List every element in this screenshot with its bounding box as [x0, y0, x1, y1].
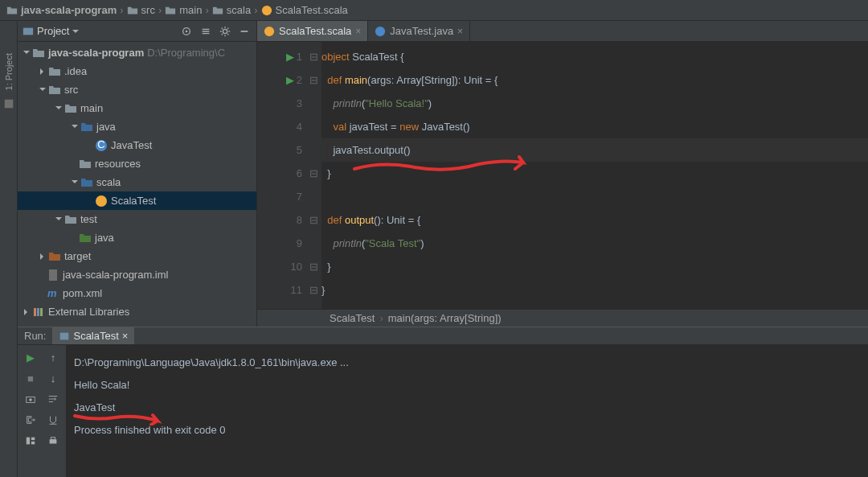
- tree-src[interactable]: src: [18, 80, 256, 99]
- svg-point-18: [29, 398, 32, 401]
- svg-rect-19: [27, 438, 30, 445]
- close-icon[interactable]: ×: [122, 330, 129, 342]
- svg-rect-1: [4, 100, 13, 109]
- tree-test[interactable]: test: [18, 210, 256, 228]
- svg-rect-22: [50, 439, 57, 443]
- project-icon: [23, 26, 34, 37]
- editor-breadcrumb[interactable]: ScalaTest›main(args: Array[String]): [257, 309, 868, 327]
- library-icon: [32, 306, 45, 319]
- svg-rect-13: [40, 308, 43, 316]
- svg-point-4: [186, 30, 188, 32]
- camera-icon[interactable]: [23, 392, 38, 406]
- editor-area: ScalaTest.scala× JavaTest.java× 1▶⊟ 2▶⊟ …: [257, 21, 868, 327]
- tree-idea[interactable]: .idea: [18, 62, 256, 80]
- chevron-down-icon[interactable]: [72, 28, 79, 35]
- svg-rect-20: [31, 438, 35, 441]
- run-toolbar: ▶ ↑ ■ ↓: [18, 345, 66, 477]
- gear-icon[interactable]: [218, 24, 232, 39]
- rerun-icon[interactable]: ▶: [23, 350, 38, 364]
- svg-text:C: C: [97, 139, 104, 150]
- folder-icon: [6, 5, 18, 16]
- svg-point-5: [223, 29, 227, 33]
- scala-file-icon: [264, 26, 275, 37]
- project-tree[interactable]: java-scala-programD:\Programing\C .idea …: [18, 42, 256, 327]
- tree-root[interactable]: java-scala-programD:\Programing\C: [18, 43, 256, 62]
- tree-test-java[interactable]: java: [18, 228, 256, 247]
- breadcrumb-scala[interactable]: scala: [212, 4, 251, 16]
- run-header: Run: ScalaTest×: [18, 327, 868, 345]
- print-icon[interactable]: [46, 434, 60, 448]
- code-editor[interactable]: 1▶⊟ 2▶⊟ 3 4 5 6⊟ 7 8⊟ 9 10⊟ 11⊟ object S…: [257, 42, 868, 309]
- svg-text:m: m: [47, 287, 57, 299]
- structure-icon[interactable]: [3, 98, 14, 109]
- tab-scalatest[interactable]: ScalaTest.scala×: [257, 21, 368, 41]
- project-tool-header: Project: [18, 21, 256, 42]
- stop-icon[interactable]: ■: [23, 371, 38, 385]
- scroll-from-source-icon[interactable]: [179, 24, 194, 39]
- close-icon[interactable]: ×: [355, 26, 361, 37]
- breadcrumb-bar: java-scala-program › src › main › scala …: [0, 0, 868, 21]
- run-config-icon: [59, 331, 70, 342]
- svg-rect-16: [60, 332, 69, 339]
- scala-file-icon: [261, 5, 272, 16]
- project-tool-window: Project java-scala-programD:\Programing\…: [18, 21, 257, 327]
- svg-point-14: [264, 26, 274, 35]
- tree-scala-folder[interactable]: scala: [18, 173, 256, 191]
- breadcrumb-file[interactable]: ScalaTest.scala: [261, 4, 348, 16]
- breadcrumb-project[interactable]: java-scala-program: [6, 4, 117, 16]
- tree-resources[interactable]: resources: [18, 154, 256, 173]
- tree-scalatest[interactable]: ScalaTest: [18, 191, 256, 210]
- scroll-to-end-icon[interactable]: [46, 413, 60, 427]
- tree-javatest[interactable]: CJavaTest: [18, 136, 256, 154]
- run-tab[interactable]: ScalaTest×: [52, 327, 134, 344]
- maven-icon: m: [47, 287, 59, 300]
- breadcrumb-src[interactable]: src: [127, 4, 155, 16]
- svg-rect-12: [37, 308, 39, 316]
- tree-pom[interactable]: mpom.xml: [18, 284, 256, 302]
- collapse-all-icon[interactable]: [199, 24, 213, 39]
- svg-point-0: [261, 5, 271, 14]
- tree-external[interactable]: External Libraries: [18, 302, 256, 321]
- svg-rect-23: [51, 438, 55, 440]
- editor-tabs: ScalaTest.scala× JavaTest.java×: [257, 21, 868, 42]
- svg-point-15: [375, 26, 385, 35]
- down-icon[interactable]: ↓: [46, 371, 60, 385]
- tab-javatest[interactable]: JavaTest.java×: [368, 21, 470, 41]
- gutter[interactable]: 1▶⊟ 2▶⊟ 3 4 5 6⊟ 7 8⊟ 9 10⊟ 11⊟: [257, 42, 321, 309]
- run-line-icon[interactable]: ▶: [286, 51, 294, 63]
- svg-rect-9: [49, 269, 57, 281]
- java-class-icon: C: [95, 139, 108, 152]
- breadcrumb-main[interactable]: main: [165, 4, 202, 16]
- iml-file-icon: [47, 269, 59, 282]
- tree-java[interactable]: java: [18, 117, 256, 136]
- close-icon[interactable]: ×: [457, 26, 463, 37]
- svg-rect-11: [34, 308, 36, 316]
- up-icon[interactable]: ↑: [46, 350, 60, 364]
- soft-wrap-icon[interactable]: [46, 392, 60, 406]
- tree-iml[interactable]: java-scala-program.iml: [18, 265, 256, 284]
- scala-class-icon: [95, 195, 108, 208]
- svg-point-8: [96, 195, 107, 207]
- console-output[interactable]: D:\Programing\Language\Java\jdk1.8.0_161…: [66, 345, 868, 477]
- exit-icon[interactable]: [23, 413, 38, 427]
- java-file-icon: [375, 26, 386, 37]
- code-body[interactable]: object ScalaTest { def main(args: Array[…: [321, 42, 868, 309]
- svg-rect-2: [23, 27, 33, 35]
- left-tool-stripe: 1: Project: [0, 21, 18, 477]
- tree-target[interactable]: target: [18, 247, 256, 265]
- tree-main[interactable]: main: [18, 99, 256, 117]
- run-line-icon[interactable]: ▶: [286, 74, 294, 86]
- project-tool-button[interactable]: 1: Project: [4, 53, 14, 90]
- hide-icon[interactable]: [237, 24, 252, 39]
- svg-rect-21: [31, 442, 35, 445]
- run-tool-window: Run: ScalaTest× ▶ ↑ ■ ↓: [18, 327, 868, 477]
- layout-icon[interactable]: [23, 434, 38, 448]
